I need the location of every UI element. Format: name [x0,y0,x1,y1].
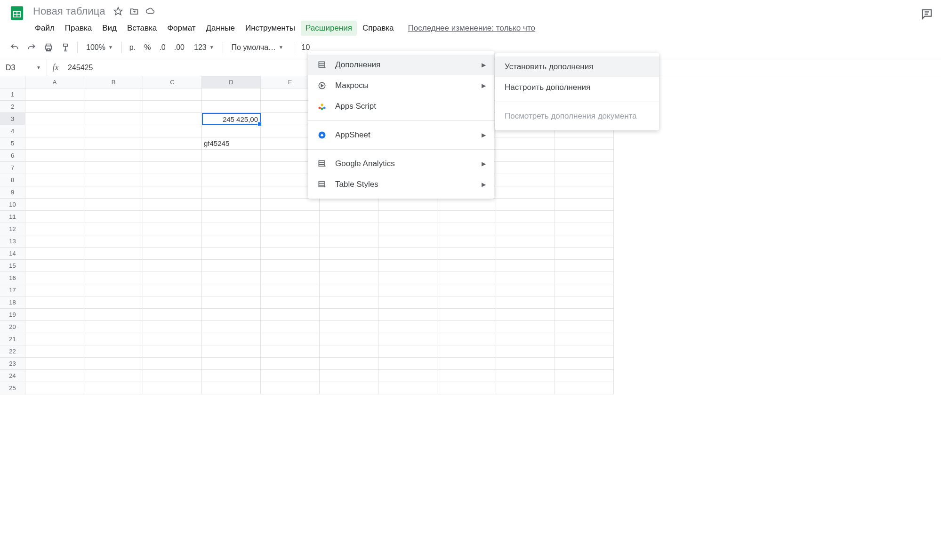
cell-G14[interactable] [378,248,437,260]
cell-J21[interactable] [555,333,614,345]
cell-I14[interactable] [496,248,555,260]
cell-B13[interactable] [84,235,143,248]
menu-file[interactable]: Файл [30,21,59,36]
cell-C21[interactable] [143,333,202,345]
cell-J24[interactable] [555,370,614,382]
cell-B8[interactable] [84,174,143,186]
document-title[interactable]: Новая таблица [30,4,108,18]
cell-C25[interactable] [143,382,202,394]
cell-E16[interactable] [261,272,320,284]
move-folder-icon[interactable] [129,7,139,16]
cell-C17[interactable] [143,284,202,296]
cell-H11[interactable] [437,211,496,223]
cell-A4[interactable] [25,125,84,137]
menu-item-apps-script[interactable]: Apps Script [308,96,494,117]
cell-E25[interactable] [261,382,320,394]
cell-B4[interactable] [84,125,143,137]
cell-F23[interactable] [320,358,378,370]
row-header-4[interactable]: 4 [0,125,25,137]
cell-A16[interactable] [25,272,84,284]
cell-I21[interactable] [496,333,555,345]
cell-F16[interactable] [320,272,378,284]
increase-decimal-button[interactable]: .00 [171,43,187,52]
cell-F15[interactable] [320,260,378,272]
cell-I25[interactable] [496,382,555,394]
cell-E12[interactable] [261,223,320,235]
cell-C1[interactable] [143,88,202,101]
menu-data[interactable]: Данные [201,21,240,36]
cell-B18[interactable] [84,296,143,309]
cell-J13[interactable] [555,235,614,248]
cell-G21[interactable] [378,333,437,345]
cell-G15[interactable] [378,260,437,272]
cell-D19[interactable] [202,309,261,321]
cell-D21[interactable] [202,333,261,345]
cell-A15[interactable] [25,260,84,272]
cell-B6[interactable] [84,150,143,162]
cell-D6[interactable] [202,150,261,162]
cell-C15[interactable] [143,260,202,272]
cell-G22[interactable] [378,345,437,358]
cell-A7[interactable] [25,162,84,174]
cell-G16[interactable] [378,272,437,284]
cell-J18[interactable] [555,296,614,309]
cell-A9[interactable] [25,186,84,199]
row-header-20[interactable]: 20 [0,321,25,333]
cell-A22[interactable] [25,345,84,358]
cell-A12[interactable] [25,223,84,235]
cell-J23[interactable] [555,358,614,370]
print-button[interactable] [41,40,56,55]
row-header-14[interactable]: 14 [0,248,25,260]
cell-B11[interactable] [84,211,143,223]
cell-C24[interactable] [143,370,202,382]
cell-E21[interactable] [261,333,320,345]
cell-C14[interactable] [143,248,202,260]
cell-H14[interactable] [437,248,496,260]
cell-F14[interactable] [320,248,378,260]
cell-J8[interactable] [555,174,614,186]
row-header-9[interactable]: 9 [0,186,25,199]
menu-extensions[interactable]: Расширения [301,21,357,36]
cell-H16[interactable] [437,272,496,284]
column-header-B[interactable]: B [84,76,143,88]
cell-B10[interactable] [84,199,143,211]
menu-format[interactable]: Формат [162,21,200,36]
row-header-3[interactable]: 3 [0,113,25,125]
cell-B2[interactable] [84,101,143,113]
cell-B16[interactable] [84,272,143,284]
cell-I20[interactable] [496,321,555,333]
menu-item-addons[interactable]: Дополнения ▶ [308,55,494,75]
row-header-1[interactable]: 1 [0,88,25,101]
row-header-21[interactable]: 21 [0,333,25,345]
row-header-13[interactable]: 13 [0,235,25,248]
row-header-7[interactable]: 7 [0,162,25,174]
paint-format-button[interactable] [58,40,72,55]
cell-D25[interactable] [202,382,261,394]
cell-D9[interactable] [202,186,261,199]
cell-I12[interactable] [496,223,555,235]
cell-D13[interactable] [202,235,261,248]
cell-G25[interactable] [378,382,437,394]
cell-E15[interactable] [261,260,320,272]
cell-H17[interactable] [437,284,496,296]
font-dropdown[interactable]: По умолча…▼ [228,41,289,54]
cell-J7[interactable] [555,162,614,174]
last-change-link[interactable]: Последнее изменение: только что [408,24,535,33]
redo-button[interactable] [24,40,39,55]
cell-I15[interactable] [496,260,555,272]
column-header-A[interactable]: A [25,76,84,88]
cell-A5[interactable] [25,137,84,150]
cell-J19[interactable] [555,309,614,321]
cell-B3[interactable] [84,113,143,125]
cell-I10[interactable] [496,199,555,211]
cell-J10[interactable] [555,199,614,211]
cell-A24[interactable] [25,370,84,382]
cell-H24[interactable] [437,370,496,382]
row-header-24[interactable]: 24 [0,370,25,382]
cell-J15[interactable] [555,260,614,272]
cell-I5[interactable] [496,137,555,150]
cell-I11[interactable] [496,211,555,223]
cell-D3[interactable]: 245 425,00 [202,113,261,125]
cell-B25[interactable] [84,382,143,394]
cell-D10[interactable] [202,199,261,211]
